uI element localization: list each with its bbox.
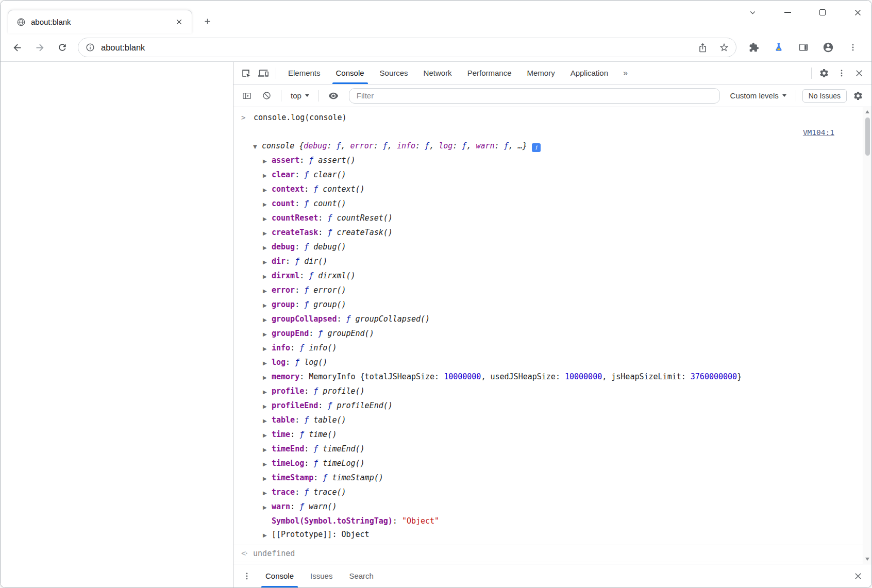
property-profileend[interactable]: ▶profileEnd: ƒ profileEnd() (233, 399, 863, 413)
collapse-triangle-icon[interactable]: ▶ (263, 212, 272, 226)
property-table[interactable]: ▶table: ƒ table() (233, 413, 863, 428)
collapse-triangle-icon[interactable]: ▶ (263, 385, 272, 399)
devtools-tab-memory[interactable]: Memory (519, 62, 563, 84)
source-location-link[interactable]: VM104:1 (803, 128, 834, 137)
window-chevron-icon[interactable] (748, 8, 757, 17)
property-profile[interactable]: ▶profile: ƒ profile() (233, 384, 863, 399)
address-bar[interactable]: about:blank (78, 38, 736, 57)
device-toolbar-icon[interactable] (255, 65, 272, 81)
scroll-up-icon[interactable] (865, 110, 869, 113)
devtools-tab-console[interactable]: Console (328, 62, 372, 84)
log-levels-dropdown[interactable]: Custom levels (727, 91, 790, 100)
property-timestamp[interactable]: ▶timeStamp: ƒ timeStamp() (233, 471, 863, 485)
page-info-icon[interactable] (86, 43, 95, 52)
collapse-triangle-icon[interactable]: ▶ (263, 501, 272, 514)
collapse-triangle-icon[interactable]: ▶ (263, 198, 272, 211)
property-error[interactable]: ▶error: ƒ error() (233, 283, 863, 298)
property-count[interactable]: ▶count: ƒ count() (233, 197, 863, 211)
collapse-triangle-icon[interactable]: ▶ (263, 241, 272, 255)
property-context[interactable]: ▶context: ƒ context() (233, 182, 863, 197)
devtools-tab-network[interactable]: Network (416, 62, 460, 84)
javascript-context-selector[interactable]: top (288, 91, 312, 100)
devtools-tab-elements[interactable]: Elements (280, 62, 328, 84)
maximize-button[interactable] (818, 8, 827, 17)
expand-triangle-icon[interactable]: ▼ (253, 140, 262, 154)
more-tabs-button[interactable]: » (617, 69, 634, 78)
collapse-triangle-icon[interactable]: ▶ (263, 270, 272, 283)
property-info[interactable]: ▶info: ƒ info() (233, 341, 863, 356)
collapse-triangle-icon[interactable]: ▶ (263, 256, 272, 269)
drawer-close-icon[interactable] (850, 568, 866, 584)
property-log[interactable]: ▶log: ƒ log() (233, 356, 863, 370)
extensions-puzzle-icon[interactable] (744, 37, 764, 58)
back-button[interactable] (7, 37, 27, 58)
reload-button[interactable] (52, 37, 73, 58)
collapse-triangle-icon[interactable]: ▶ (263, 227, 272, 240)
share-icon[interactable] (695, 40, 710, 55)
profile-avatar-icon[interactable] (818, 37, 839, 58)
drawer-tab-console[interactable]: Console (257, 564, 302, 587)
close-button[interactable] (853, 8, 862, 17)
devtools-tab-application[interactable]: Application (563, 62, 616, 84)
collapse-triangle-icon[interactable]: ▶ (263, 155, 272, 168)
collapse-triangle-icon[interactable]: ▶ (263, 342, 272, 356)
property-groupcollapsed[interactable]: ▶groupCollapsed: ƒ groupCollapsed() (233, 312, 863, 327)
collapse-triangle-icon[interactable]: ▶ (263, 371, 272, 384)
forward-button[interactable] (29, 37, 50, 58)
property-groupend[interactable]: ▶groupEnd: ƒ groupEnd() (233, 327, 863, 341)
property-debug[interactable]: ▶debug: ƒ debug() (233, 240, 863, 255)
collapse-triangle-icon[interactable]: ▶ (263, 529, 272, 542)
collapse-triangle-icon[interactable]: ▶ (263, 414, 272, 428)
property-symbolsymboltostringtag[interactable]: Symbol(Symbol.toStringTag): "Object" (233, 514, 863, 528)
drawer-tab-search[interactable]: Search (341, 564, 382, 587)
property-warn[interactable]: ▶warn: ƒ warn() (233, 500, 863, 514)
filter-input[interactable] (349, 88, 720, 104)
devtools-tab-performance[interactable]: Performance (460, 62, 519, 84)
collapse-triangle-icon[interactable]: ▶ (263, 486, 272, 500)
console-scrollbar[interactable] (863, 107, 871, 564)
collapse-triangle-icon[interactable]: ▶ (263, 299, 272, 312)
side-panel-icon[interactable] (793, 37, 814, 58)
console-prompt[interactable]: > (233, 562, 863, 564)
collapse-triangle-icon[interactable]: ▶ (263, 400, 272, 413)
property-memory[interactable]: ▶memory: MemoryInfo {totalJSHeapSize: 10… (233, 370, 863, 384)
drawer-menu-icon[interactable] (239, 568, 255, 584)
tab-close-icon[interactable] (171, 14, 187, 30)
devtools-close-icon[interactable] (851, 65, 867, 81)
property-prototype[interactable]: ▶[[Prototype]]: Object (233, 528, 863, 542)
property-dirxml[interactable]: ▶dirxml: ƒ dirxml() (233, 269, 863, 283)
new-tab-button[interactable] (198, 12, 216, 30)
collapse-triangle-icon[interactable]: ▶ (263, 357, 272, 370)
issues-counter[interactable]: No Issues (802, 89, 847, 103)
collapse-triangle-icon[interactable]: ▶ (263, 284, 272, 298)
browser-tab[interactable]: about:blank (8, 10, 192, 33)
collapse-triangle-icon[interactable]: ▶ (263, 429, 272, 442)
collapse-triangle-icon[interactable]: ▶ (263, 443, 272, 457)
devtools-menu-icon[interactable] (833, 65, 850, 81)
minimize-button[interactable] (783, 8, 792, 17)
property-timelog[interactable]: ▶timeLog: ƒ timeLog() (233, 457, 863, 471)
collapse-triangle-icon[interactable]: ▶ (263, 472, 272, 485)
scrollbar-thumb[interactable] (865, 117, 870, 156)
labs-flask-icon[interactable] (768, 37, 789, 58)
devtools-tab-sources[interactable]: Sources (372, 62, 416, 84)
scroll-down-icon[interactable] (865, 558, 869, 561)
collapse-triangle-icon[interactable]: ▶ (263, 169, 272, 182)
bookmark-star-icon[interactable] (716, 40, 732, 55)
console-sidebar-icon[interactable] (239, 88, 255, 104)
info-badge-icon[interactable]: i (532, 143, 541, 152)
live-expression-eye-icon[interactable] (325, 88, 342, 104)
console-settings-gear-icon[interactable] (850, 88, 866, 104)
devtools-settings-gear-icon[interactable] (816, 65, 832, 81)
inspect-element-icon[interactable] (238, 65, 254, 81)
collapse-triangle-icon[interactable]: ▶ (263, 328, 272, 341)
property-timeend[interactable]: ▶timeEnd: ƒ timeEnd() (233, 442, 863, 457)
clear-console-icon[interactable] (258, 88, 275, 104)
collapse-triangle-icon[interactable]: ▶ (263, 183, 272, 197)
property-dir[interactable]: ▶dir: ƒ dir() (233, 255, 863, 269)
property-countreset[interactable]: ▶countReset: ƒ countReset() (233, 211, 863, 226)
collapse-triangle-icon[interactable]: ▶ (263, 458, 272, 471)
property-group[interactable]: ▶group: ƒ group() (233, 298, 863, 312)
property-assert[interactable]: ▶assert: ƒ assert() (233, 154, 863, 168)
property-clear[interactable]: ▶clear: ƒ clear() (233, 168, 863, 182)
